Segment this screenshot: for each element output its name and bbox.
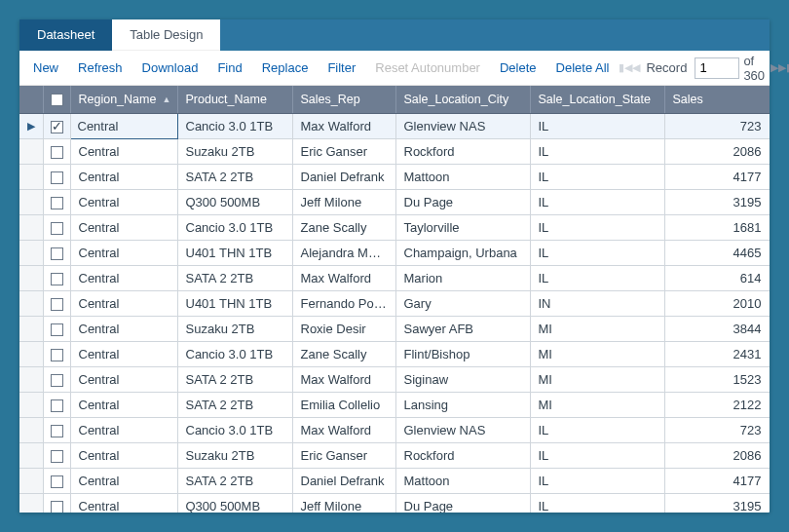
header-region[interactable]: Region_Name▲ xyxy=(70,86,177,113)
cell-rep[interactable]: Max Walford xyxy=(292,265,395,290)
filter-button[interactable]: Filter xyxy=(318,51,365,86)
cell-state[interactable]: IL xyxy=(530,468,664,493)
cell-rep[interactable]: Eric Ganser xyxy=(292,442,395,468)
row-checkbox[interactable] xyxy=(43,366,70,392)
delete-all-button[interactable]: Delete All xyxy=(546,51,620,86)
cell-region[interactable]: Central xyxy=(70,240,177,265)
cell-region[interactable]: Central xyxy=(70,214,177,240)
cell-sales[interactable]: 2122 xyxy=(664,392,770,417)
row-checkbox[interactable] xyxy=(43,316,70,341)
table-row[interactable]: CentralCancio 3.0 1TBMax WalfordGlenview… xyxy=(19,417,770,442)
cell-state[interactable]: MI xyxy=(530,392,664,417)
row-checkbox[interactable] xyxy=(43,113,70,138)
cell-state[interactable]: IL xyxy=(530,189,664,214)
cell-rep[interactable]: Daniel Defrank xyxy=(292,468,395,493)
header-select-all[interactable] xyxy=(43,86,70,113)
cell-product[interactable]: Suzaku 2TB xyxy=(177,316,292,341)
cell-city[interactable]: Du Page xyxy=(395,493,530,513)
cell-sales[interactable]: 4177 xyxy=(664,468,770,493)
cell-rep[interactable]: Emilia Collelio xyxy=(292,392,395,417)
cell-state[interactable]: MI xyxy=(530,341,664,366)
cell-state[interactable]: IL xyxy=(530,442,664,468)
cell-region[interactable]: Central xyxy=(70,189,177,214)
record-input[interactable] xyxy=(695,57,739,79)
cell-state[interactable]: IL xyxy=(530,164,664,189)
cell-city[interactable]: Du Page xyxy=(395,189,530,214)
cell-sales[interactable]: 614 xyxy=(664,265,770,290)
row-checkbox[interactable] xyxy=(43,290,70,316)
cell-product[interactable]: U401 THN 1TB xyxy=(177,240,292,265)
last-record-icon[interactable]: ▶▮ xyxy=(778,51,789,86)
cell-product[interactable]: Cancio 3.0 1TB xyxy=(177,214,292,240)
cell-city[interactable]: Taylorville xyxy=(395,214,530,240)
table-row[interactable]: CentralSATA 2 2TBMax WalfordMarionIL614 xyxy=(19,265,770,290)
cell-rep[interactable]: Fernando Ponds xyxy=(292,290,395,316)
cell-city[interactable]: Glenview NAS xyxy=(395,113,530,138)
cell-state[interactable]: IL xyxy=(530,417,664,442)
find-button[interactable]: Find xyxy=(207,51,251,86)
cell-region[interactable]: Central xyxy=(70,316,177,341)
table-row[interactable]: CentralCancio 3.0 1TBZane ScallyFlint/Bi… xyxy=(19,341,770,366)
cell-rep[interactable]: Daniel Defrank xyxy=(292,164,395,189)
cell-region[interactable]: Central xyxy=(70,265,177,290)
cell-product[interactable]: Cancio 3.0 1TB xyxy=(177,341,292,366)
delete-button[interactable]: Delete xyxy=(490,51,546,86)
cell-product[interactable]: Q300 500MB xyxy=(177,493,292,513)
cell-rep[interactable]: Max Walford xyxy=(292,366,395,392)
cell-product[interactable]: SATA 2 2TB xyxy=(177,265,292,290)
cell-product[interactable]: Q300 500MB xyxy=(177,189,292,214)
cell-region[interactable]: Central xyxy=(70,138,177,164)
row-checkbox[interactable] xyxy=(43,214,70,240)
cell-region[interactable]: Central xyxy=(70,290,177,316)
cell-state[interactable]: IL xyxy=(530,113,664,138)
header-product[interactable]: Product_Name xyxy=(177,86,292,113)
table-row[interactable]: CentralCancio 3.0 1TBZane ScallyTaylorvi… xyxy=(19,214,770,240)
refresh-button[interactable]: Refresh xyxy=(68,51,132,86)
cell-rep[interactable]: Jeff Milone xyxy=(292,493,395,513)
cell-sales[interactable]: 1681 xyxy=(664,214,770,240)
cell-city[interactable]: Flint/Bishop xyxy=(395,341,530,366)
row-checkbox[interactable] xyxy=(43,164,70,189)
tab-table-design[interactable]: Table Design xyxy=(112,19,220,51)
cell-state[interactable]: IL xyxy=(530,138,664,164)
cell-city[interactable]: Glenview NAS xyxy=(395,417,530,442)
cell-city[interactable]: Champaign, Urbana xyxy=(395,240,530,265)
cell-state[interactable]: IL xyxy=(530,214,664,240)
data-grid[interactable]: Region_Name▲ Product_Name Sales_Rep Sale… xyxy=(19,86,770,513)
cell-state[interactable]: IL xyxy=(530,493,664,513)
cell-sales[interactable]: 723 xyxy=(664,417,770,442)
header-state[interactable]: Sale_Location_State xyxy=(530,86,664,113)
cell-state[interactable]: IL xyxy=(530,240,664,265)
cell-product[interactable]: SATA 2 2TB xyxy=(177,366,292,392)
cell-region[interactable]: Central xyxy=(70,366,177,392)
table-row[interactable]: CentralSuzaku 2TBRoxie DesirSawyer AFBMI… xyxy=(19,316,770,341)
cell-product[interactable]: U401 THN 1TB xyxy=(177,290,292,316)
row-checkbox[interactable] xyxy=(43,442,70,468)
cell-sales[interactable]: 2010 xyxy=(664,290,770,316)
cell-sales[interactable]: 2086 xyxy=(664,138,770,164)
cell-city[interactable]: Gary xyxy=(395,290,530,316)
cell-product[interactable]: Cancio 3.0 1TB xyxy=(177,417,292,442)
new-button[interactable]: New xyxy=(23,51,68,86)
cell-rep[interactable]: Max Walford xyxy=(292,113,395,138)
table-row[interactable]: CentralSuzaku 2TBEric GanserRockfordIL20… xyxy=(19,138,770,164)
cell-region[interactable]: Central xyxy=(70,468,177,493)
cell-sales[interactable]: 1523 xyxy=(664,366,770,392)
cell-rep[interactable]: Zane Scally xyxy=(292,341,395,366)
row-checkbox[interactable] xyxy=(43,138,70,164)
download-button[interactable]: Download xyxy=(132,51,208,86)
row-checkbox[interactable] xyxy=(43,417,70,442)
cell-region[interactable]: Central xyxy=(70,442,177,468)
tab-datasheet[interactable]: Datasheet xyxy=(19,19,112,51)
table-row[interactable]: CentralSATA 2 2TBMax WalfordSiginawMI152… xyxy=(19,366,770,392)
table-row[interactable]: CentralSuzaku 2TBEric GanserRockfordIL20… xyxy=(19,442,770,468)
table-row[interactable]: CentralQ300 500MBJeff MiloneDu PageIL319… xyxy=(19,493,770,513)
table-row[interactable]: CentralU401 THN 1TBFernando PondsGaryIN2… xyxy=(19,290,770,316)
cell-rep[interactable]: Jeff Milone xyxy=(292,189,395,214)
cell-city[interactable]: Lansing xyxy=(395,392,530,417)
table-row[interactable]: CentralSATA 2 2TBEmilia CollelioLansingM… xyxy=(19,392,770,417)
cell-city[interactable]: Mattoon xyxy=(395,468,530,493)
table-row[interactable]: CentralU401 THN 1TBAlejandra MaybeeChamp… xyxy=(19,240,770,265)
cell-city[interactable]: Marion xyxy=(395,265,530,290)
cell-product[interactable]: Cancio 3.0 1TB xyxy=(177,113,292,138)
